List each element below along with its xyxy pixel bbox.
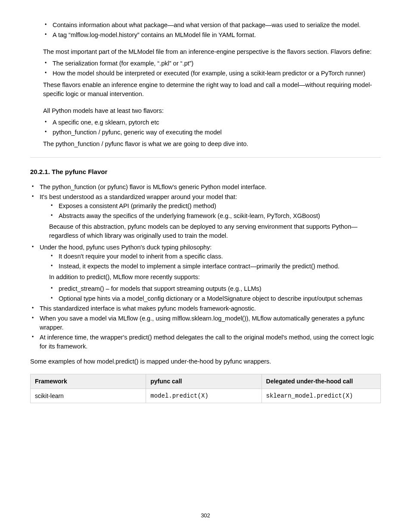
list-item: Contains information about what package—…: [43, 21, 381, 30]
bullet-text: Abstracts away the specifics of the unde…: [59, 212, 320, 219]
table-cell: sklearn_model.predict(X): [262, 389, 380, 403]
bullet-text: A specific one, e.g sklearn, pytorch etc: [53, 119, 159, 126]
bullet-text: python_function / pyfunc, generic way of…: [53, 129, 222, 136]
list-item: This standardized interface is what make…: [30, 304, 381, 313]
bullet-text: When you save a model via MLflow (e.g., …: [40, 315, 364, 331]
table-header: pyfunc call: [146, 374, 262, 389]
section-heading: 20.2.1. The pyfunc Flavor: [30, 167, 381, 177]
bullet-text: predict_stream() – for models that suppo…: [59, 285, 262, 292]
list-item: Optional type hints via a model_config d…: [49, 294, 381, 303]
pyfunc-sub-1: Exposes a consistent API (primarily the …: [49, 202, 381, 221]
pyfunc-sub-2: It doesn't require your model to inherit…: [49, 252, 381, 271]
flavors-intro: The most important part of the MLModel f…: [43, 47, 381, 56]
bullet-text: Contains information about what package—…: [53, 22, 361, 28]
list-item: A tag “mlflow.log-model.history” contain…: [43, 31, 381, 40]
list-item: Abstracts away the specifics of the unde…: [49, 212, 381, 221]
list-item: python_function / pyfunc, generic way of…: [43, 128, 381, 137]
pyfunc-between-1: Because of this abstraction, pyfunc mode…: [49, 222, 381, 240]
table-cell: scikit-learn: [31, 389, 146, 403]
list-item: Exposes a consistent API (primarily the …: [49, 202, 381, 211]
bullet-text: This standardized interface is what make…: [40, 305, 256, 312]
pyfunc-between-2: In addition to predict(), MLflow more re…: [49, 273, 381, 282]
bullet-text: It's best understood as a standardized w…: [40, 193, 237, 200]
list-item: It doesn't require your model to inherit…: [49, 252, 381, 261]
table-row: scikit-learn model.predict(X) sklearn_mo…: [31, 389, 381, 403]
page-number: 302: [0, 512, 411, 520]
intro-bullets: Contains information about what package—…: [43, 21, 381, 40]
flavors-bullets: The serialization format (for example, “…: [43, 59, 381, 78]
bullet-text: The python_function (or pyfunc) flavor i…: [40, 184, 267, 190]
bullet-text: The serialization format (for example, “…: [53, 60, 193, 67]
bullet-text: At inference time, the wrapper's predict…: [40, 334, 374, 350]
method-mapping-table: Framework pyfunc call Delegated under-th…: [30, 374, 381, 403]
conda-intro: All Python models have at least two flav…: [43, 106, 381, 115]
bullet-text: A tag “mlflow.log-model.history” contain…: [53, 31, 256, 38]
list-item: The python_function (or pyfunc) flavor i…: [30, 183, 381, 192]
bullet-text: Under the hood, pyfunc uses Python's duc…: [40, 244, 212, 251]
table-header: Delegated under-the-hood call: [262, 374, 380, 389]
list-item: When you save a model via MLflow (e.g., …: [30, 314, 381, 332]
list-item: It's best understood as a standardized w…: [30, 193, 381, 240]
table-header: Framework: [31, 374, 146, 389]
pyfunc-bullets-1: The python_function (or pyfunc) flavor i…: [30, 183, 381, 351]
horizontal-rule: [30, 157, 381, 158]
conda-bullets: A specific one, e.g sklearn, pytorch etc…: [43, 118, 381, 137]
list-item: At inference time, the wrapper's predict…: [30, 333, 381, 351]
list-item: The serialization format (for example, “…: [43, 59, 381, 68]
list-item: Under the hood, pyfunc uses Python's duc…: [30, 243, 381, 303]
list-item: A specific one, e.g sklearn, pytorch etc: [43, 118, 381, 127]
table-cell: model.predict(X): [146, 389, 262, 403]
bullet-text: Exposes a consistent API (primarily the …: [59, 202, 216, 209]
conda-outro: The python_function / pyfunc flavor is w…: [43, 140, 381, 149]
bullet-text: Instead, it expects the model to impleme…: [59, 263, 339, 270]
bullet-text: Optional type hints via a model_config d…: [59, 295, 362, 302]
list-item: Instead, it expects the model to impleme…: [49, 262, 381, 271]
flavors-outro: These flavors enable an inference engine…: [43, 81, 381, 99]
table-intro: Some examples of how model.predict() is …: [30, 357, 381, 366]
list-item: How the model should be interpreted or e…: [43, 69, 381, 78]
bullet-text: How the model should be interpreted or e…: [53, 70, 365, 77]
bullet-text: It doesn't require your model to inherit…: [59, 253, 223, 260]
pyfunc-sub-3: predict_stream() – for models that suppo…: [49, 284, 381, 303]
list-item: predict_stream() – for models that suppo…: [49, 284, 381, 293]
